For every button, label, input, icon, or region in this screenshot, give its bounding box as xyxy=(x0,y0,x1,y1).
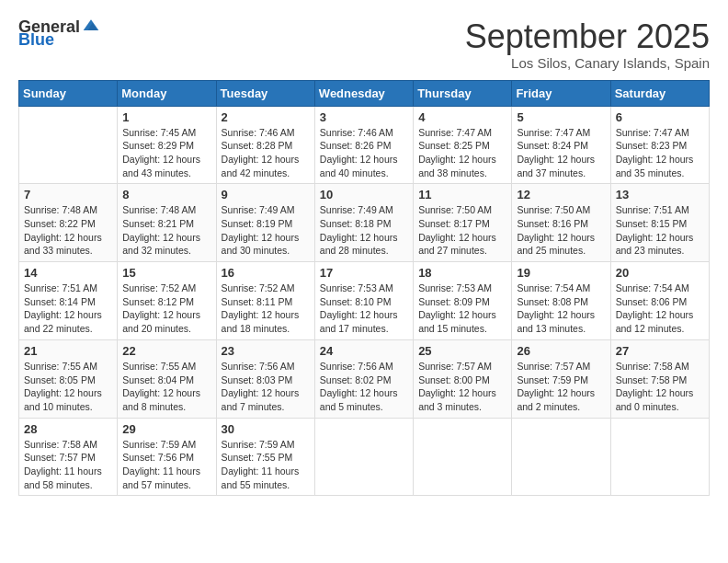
calendar-cell: 13Sunrise: 7:51 AMSunset: 8:15 PMDayligh… xyxy=(610,184,709,262)
calendar-cell: 21Sunrise: 7:55 AMSunset: 8:05 PMDayligh… xyxy=(19,339,118,418)
day-number: 29 xyxy=(122,422,210,436)
calendar-cell: 29Sunrise: 7:59 AMSunset: 7:56 PMDayligh… xyxy=(118,418,216,496)
weekday-header-row: SundayMondayTuesdayWednesdayThursdayFrid… xyxy=(19,80,710,106)
location-subtitle: Los Silos, Canary Islands, Spain xyxy=(465,55,710,71)
cell-info: Sunrise: 7:51 AMSunset: 8:14 PMDaylight:… xyxy=(24,282,112,336)
cell-info: Sunrise: 7:54 AMSunset: 8:06 PMDaylight:… xyxy=(616,282,704,336)
calendar-cell: 6Sunrise: 7:47 AMSunset: 8:23 PMDaylight… xyxy=(610,106,709,184)
calendar-cell: 10Sunrise: 7:49 AMSunset: 8:18 PMDayligh… xyxy=(314,184,413,262)
calendar-cell: 25Sunrise: 7:57 AMSunset: 8:00 PMDayligh… xyxy=(414,339,512,418)
day-number: 25 xyxy=(418,344,506,358)
title-area: September 2025 Los Silos, Canary Islands… xyxy=(465,18,710,71)
calendar-cell: 30Sunrise: 7:59 AMSunset: 7:55 PMDayligh… xyxy=(216,418,314,496)
day-number: 28 xyxy=(24,422,112,436)
day-number: 19 xyxy=(517,266,605,280)
day-number: 13 xyxy=(616,188,704,201)
calendar-cell: 23Sunrise: 7:56 AMSunset: 8:03 PMDayligh… xyxy=(216,339,314,418)
day-number: 10 xyxy=(320,188,408,201)
cell-info: Sunrise: 7:51 AMSunset: 8:15 PMDaylight:… xyxy=(616,203,704,258)
calendar-cell: 3Sunrise: 7:46 AMSunset: 8:26 PMDaylight… xyxy=(314,106,413,184)
calendar-cell: 19Sunrise: 7:54 AMSunset: 8:08 PMDayligh… xyxy=(512,262,610,340)
cell-info: Sunrise: 7:50 AMSunset: 8:17 PMDaylight:… xyxy=(418,203,506,258)
calendar-cell: 20Sunrise: 7:54 AMSunset: 8:06 PMDayligh… xyxy=(610,262,709,340)
cell-info: Sunrise: 7:54 AMSunset: 8:08 PMDaylight:… xyxy=(517,282,605,336)
cell-info: Sunrise: 7:48 AMSunset: 8:21 PMDaylight:… xyxy=(122,203,210,258)
day-number: 3 xyxy=(320,110,408,124)
weekday-header-wednesday: Wednesday xyxy=(314,80,413,106)
day-number: 11 xyxy=(418,188,506,201)
cell-info: Sunrise: 7:47 AMSunset: 8:24 PMDaylight:… xyxy=(517,126,605,180)
cell-info: Sunrise: 7:57 AMSunset: 7:59 PMDaylight:… xyxy=(517,360,605,414)
day-number: 12 xyxy=(517,188,605,201)
logo-icon xyxy=(82,17,100,35)
day-number: 8 xyxy=(122,188,210,201)
day-number: 20 xyxy=(616,266,704,280)
cell-info: Sunrise: 7:50 AMSunset: 8:16 PMDaylight:… xyxy=(517,203,605,258)
calendar-cell xyxy=(610,418,709,496)
calendar-week-row: 14Sunrise: 7:51 AMSunset: 8:14 PMDayligh… xyxy=(19,262,710,340)
calendar-week-row: 7Sunrise: 7:48 AMSunset: 8:22 PMDaylight… xyxy=(19,184,710,262)
day-number: 16 xyxy=(222,266,310,280)
calendar-cell: 18Sunrise: 7:53 AMSunset: 8:09 PMDayligh… xyxy=(414,262,512,340)
calendar-cell: 28Sunrise: 7:58 AMSunset: 7:57 PMDayligh… xyxy=(19,418,118,496)
day-number: 15 xyxy=(122,266,210,280)
cell-info: Sunrise: 7:46 AMSunset: 8:28 PMDaylight:… xyxy=(222,126,310,180)
day-number: 17 xyxy=(320,266,408,280)
day-number: 26 xyxy=(517,344,605,358)
cell-info: Sunrise: 7:55 AMSunset: 8:05 PMDaylight:… xyxy=(24,360,112,414)
cell-info: Sunrise: 7:49 AMSunset: 8:18 PMDaylight:… xyxy=(320,203,408,258)
cell-info: Sunrise: 7:52 AMSunset: 8:11 PMDaylight:… xyxy=(222,282,310,336)
calendar-cell: 24Sunrise: 7:56 AMSunset: 8:02 PMDayligh… xyxy=(314,339,413,418)
calendar-cell: 8Sunrise: 7:48 AMSunset: 8:21 PMDaylight… xyxy=(118,184,216,262)
cell-info: Sunrise: 7:52 AMSunset: 8:12 PMDaylight:… xyxy=(122,282,210,336)
cell-info: Sunrise: 7:47 AMSunset: 8:23 PMDaylight:… xyxy=(616,126,704,180)
weekday-header-saturday: Saturday xyxy=(610,80,709,106)
calendar-cell: 16Sunrise: 7:52 AMSunset: 8:11 PMDayligh… xyxy=(216,262,314,340)
cell-info: Sunrise: 7:53 AMSunset: 8:10 PMDaylight:… xyxy=(320,282,408,336)
calendar-cell: 4Sunrise: 7:47 AMSunset: 8:25 PMDaylight… xyxy=(414,106,512,184)
cell-info: Sunrise: 7:46 AMSunset: 8:26 PMDaylight:… xyxy=(320,126,408,180)
weekday-header-monday: Monday xyxy=(118,80,216,106)
cell-info: Sunrise: 7:47 AMSunset: 8:25 PMDaylight:… xyxy=(418,126,506,180)
day-number: 22 xyxy=(122,344,210,358)
day-number: 30 xyxy=(222,422,310,436)
cell-info: Sunrise: 7:59 AMSunset: 7:55 PMDaylight:… xyxy=(222,438,310,492)
logo-blue: Blue xyxy=(18,31,54,48)
calendar-week-row: 28Sunrise: 7:58 AMSunset: 7:57 PMDayligh… xyxy=(19,418,710,496)
day-number: 14 xyxy=(24,266,112,280)
calendar-table: SundayMondayTuesdayWednesdayThursdayFrid… xyxy=(18,80,710,497)
day-number: 5 xyxy=(517,110,605,124)
calendar-cell: 12Sunrise: 7:50 AMSunset: 8:16 PMDayligh… xyxy=(512,184,610,262)
cell-info: Sunrise: 7:58 AMSunset: 7:57 PMDaylight:… xyxy=(24,438,112,492)
calendar-week-row: 21Sunrise: 7:55 AMSunset: 8:05 PMDayligh… xyxy=(19,339,710,418)
day-number: 9 xyxy=(222,188,310,201)
calendar-week-row: 1Sunrise: 7:45 AMSunset: 8:29 PMDaylight… xyxy=(19,106,710,184)
cell-info: Sunrise: 7:48 AMSunset: 8:22 PMDaylight:… xyxy=(24,203,112,258)
calendar-cell: 14Sunrise: 7:51 AMSunset: 8:14 PMDayligh… xyxy=(19,262,118,340)
month-title: September 2025 xyxy=(465,18,710,55)
day-number: 21 xyxy=(24,344,112,358)
weekday-header-thursday: Thursday xyxy=(414,80,512,106)
day-number: 4 xyxy=(418,110,506,124)
cell-info: Sunrise: 7:55 AMSunset: 8:04 PMDaylight:… xyxy=(122,360,210,414)
cell-info: Sunrise: 7:49 AMSunset: 8:19 PMDaylight:… xyxy=(222,203,310,258)
calendar-cell: 15Sunrise: 7:52 AMSunset: 8:12 PMDayligh… xyxy=(118,262,216,340)
cell-info: Sunrise: 7:56 AMSunset: 8:02 PMDaylight:… xyxy=(320,360,408,414)
cell-info: Sunrise: 7:57 AMSunset: 8:00 PMDaylight:… xyxy=(418,360,506,414)
calendar-cell: 17Sunrise: 7:53 AMSunset: 8:10 PMDayligh… xyxy=(314,262,413,340)
calendar-cell: 11Sunrise: 7:50 AMSunset: 8:17 PMDayligh… xyxy=(414,184,512,262)
day-number: 6 xyxy=(616,110,704,124)
day-number: 7 xyxy=(24,188,112,201)
cell-info: Sunrise: 7:58 AMSunset: 7:58 PMDaylight:… xyxy=(616,360,704,414)
day-number: 23 xyxy=(222,344,310,358)
calendar-cell: 26Sunrise: 7:57 AMSunset: 7:59 PMDayligh… xyxy=(512,339,610,418)
day-number: 27 xyxy=(616,344,704,358)
weekday-header-sunday: Sunday xyxy=(19,80,118,106)
day-number: 24 xyxy=(320,344,408,358)
weekday-header-tuesday: Tuesday xyxy=(216,80,314,106)
calendar-cell: 9Sunrise: 7:49 AMSunset: 8:19 PMDaylight… xyxy=(216,184,314,262)
calendar-cell: 7Sunrise: 7:48 AMSunset: 8:22 PMDaylight… xyxy=(19,184,118,262)
calendar-cell xyxy=(314,418,413,496)
calendar-cell: 27Sunrise: 7:58 AMSunset: 7:58 PMDayligh… xyxy=(610,339,709,418)
calendar-cell: 2Sunrise: 7:46 AMSunset: 8:28 PMDaylight… xyxy=(216,106,314,184)
